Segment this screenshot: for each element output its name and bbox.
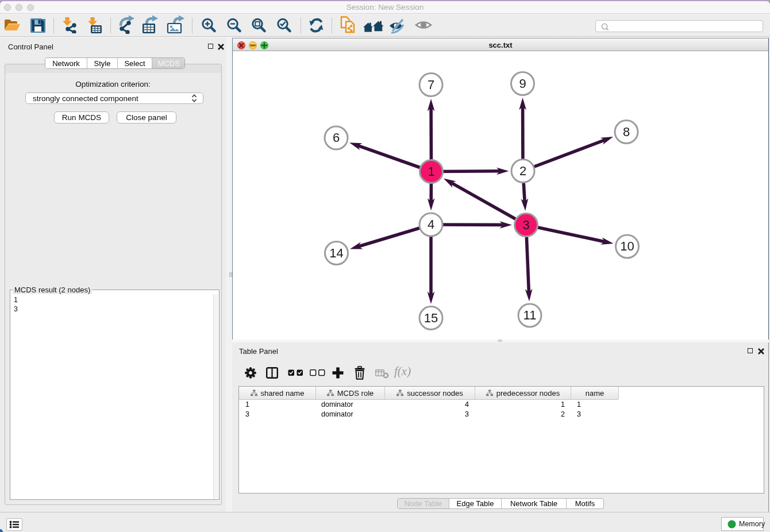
svg-text:9: 9 xyxy=(519,76,526,91)
svg-text:4: 4 xyxy=(428,217,434,232)
svg-text:2: 2 xyxy=(519,164,526,178)
svg-text:7: 7 xyxy=(428,78,434,92)
svg-text:6: 6 xyxy=(333,130,340,145)
svg-text:11: 11 xyxy=(523,308,537,322)
svg-text:10: 10 xyxy=(620,239,634,253)
svg-text:3: 3 xyxy=(522,218,529,232)
svg-text:14: 14 xyxy=(329,246,343,260)
svg-text:8: 8 xyxy=(623,125,630,139)
svg-text:15: 15 xyxy=(424,311,438,325)
svg-text:1: 1 xyxy=(428,164,434,179)
